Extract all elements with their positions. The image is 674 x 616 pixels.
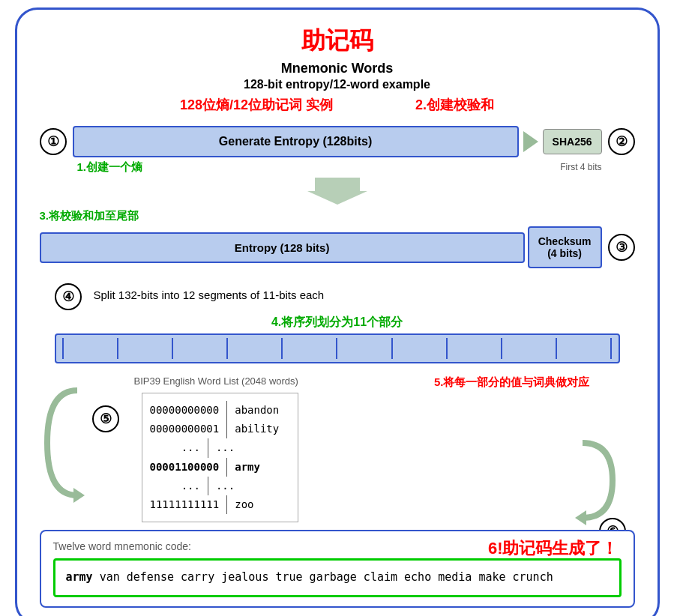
bip39-row: 00000000000 abandon bbox=[150, 401, 290, 420]
annotation-6: 6!助记码生成了！ bbox=[488, 537, 619, 560]
bip39-content: 00000000000 abandon 00000000001 ability … bbox=[150, 401, 290, 514]
curved-arrow-left-icon bbox=[40, 383, 85, 503]
step4-circle: ④ bbox=[55, 283, 82, 310]
bip39-row: 00000000001 ability bbox=[150, 420, 290, 438]
annotation-1: 1.创建一个熵 bbox=[77, 160, 143, 175]
svg-marker-2 bbox=[575, 510, 586, 525]
sha256-box: SHA256 bbox=[543, 129, 602, 154]
annotation-3: 3.将校验和加至尾部 bbox=[40, 209, 635, 223]
step1-circle: ① bbox=[40, 128, 67, 155]
entropy-box: Generate Entropy (128bits) bbox=[73, 126, 519, 157]
step5-circle: ⑤ bbox=[92, 405, 119, 432]
bip39-title: BIP39 English Word List (2048 words) bbox=[134, 375, 298, 387]
entropy128-box: Entropy (128 bits) bbox=[40, 232, 525, 263]
mnemonic-bold-word: army bbox=[66, 570, 93, 584]
divider bbox=[501, 338, 502, 359]
main-container: 助记码 Mnemonic Words 128-bit entropy/12-wo… bbox=[15, 7, 660, 616]
bip39-row-army: 00001100000 army bbox=[150, 458, 290, 477]
bip39-row: ... ... bbox=[150, 438, 290, 457]
divider bbox=[226, 338, 228, 359]
step2-circle: ② bbox=[608, 128, 635, 155]
divider bbox=[281, 338, 283, 359]
annotation-5: 5.将每一部分的值与词典做对应 bbox=[434, 375, 590, 390]
checksum-box: Checksum (4 bits) bbox=[528, 226, 602, 268]
step6-box: Twelve word mnemonic code: 6!助记码生成了！ arm… bbox=[40, 530, 635, 608]
down-arrow-icon bbox=[307, 178, 367, 205]
divider bbox=[172, 338, 173, 359]
curved-arrow-right-icon bbox=[575, 435, 628, 525]
mnemonic-display: army van defense carry jealous true garb… bbox=[53, 558, 622, 597]
title-en: Mnemonic Words bbox=[40, 61, 635, 76]
arrow-right-icon bbox=[523, 131, 538, 152]
step4-description: Split 132-bits into 12 segments of 11-bi… bbox=[94, 289, 325, 301]
bip39-row: ... ... bbox=[150, 477, 290, 495]
bip39-row: 11111111111 zoo bbox=[150, 495, 290, 514]
svg-marker-1 bbox=[73, 488, 85, 503]
bits-bar bbox=[55, 333, 620, 363]
divider bbox=[556, 338, 557, 359]
title-zh: 助记码 bbox=[40, 25, 635, 58]
svg-marker-0 bbox=[307, 178, 367, 205]
mnemonic-rest: van defense carry jealous true garbage c… bbox=[93, 570, 553, 584]
divider bbox=[391, 338, 393, 359]
bip39-table: 00000000000 abandon 00000000001 ability … bbox=[142, 393, 298, 522]
step3-row: Entropy (128 bits) Checksum (4 bits) ③ bbox=[40, 226, 635, 268]
divider bbox=[446, 338, 448, 359]
divider bbox=[610, 338, 612, 359]
annotation-2: 2.创建校验和 bbox=[415, 97, 494, 112]
step3-circle: ③ bbox=[608, 234, 635, 261]
annotation-4: 4.将序列划分为11个部分 bbox=[40, 315, 635, 330]
divider bbox=[62, 338, 64, 359]
divider bbox=[117, 338, 118, 359]
first4bits-label: First 4 bits bbox=[560, 162, 601, 175]
divider bbox=[336, 338, 337, 359]
step1-row: ① Generate Entropy (128bits) SHA256 ② bbox=[40, 126, 635, 157]
subtitle-zh: 128位熵/12位助记词 实例 2.创建校验和 bbox=[40, 96, 635, 114]
subtitle-en: 128-bit entropy/12-word example bbox=[40, 78, 635, 91]
